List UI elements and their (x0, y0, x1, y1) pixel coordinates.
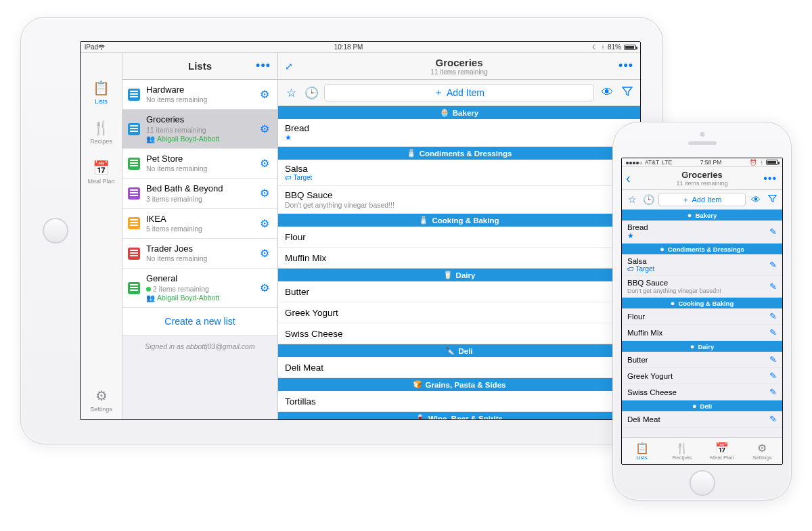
hide-icon[interactable]: 👁 (600, 86, 614, 99)
list-subtitle: No items remaining (146, 164, 257, 173)
list-subtitle: 2 items remaining (146, 285, 257, 294)
item-row[interactable]: Muffin Mix✎ (278, 248, 640, 269)
tab-recipes[interactable]: 🍴Recipes (662, 438, 702, 464)
item-row[interactable]: Greek Yogurt✎ (278, 302, 640, 323)
section-name: Grains, Pasta & Sides (426, 381, 506, 389)
tab-meal-plan[interactable]: 📅Meal Plan (702, 438, 742, 464)
list-settings-button[interactable]: ⚙ (257, 88, 272, 101)
nav-item-settings[interactable]: ⚙Settings (81, 388, 122, 413)
edit-icon[interactable]: ✎ (769, 371, 777, 381)
tab-label: Lists (636, 455, 647, 461)
item-row[interactable]: Greek Yogurt✎ (622, 368, 782, 384)
list-row-trader-joes[interactable]: Trader JoesNo items remaining⚙ (122, 239, 277, 269)
item-row[interactable]: BBQ SauceDon't get anything vinegar base… (622, 276, 782, 298)
list-settings-button[interactable]: ⚙ (257, 122, 272, 135)
ipad-screen: iPad 10:18 PM ☾ ᚼ 81% 📋Lists🍴Recipes📅Mea… (80, 41, 641, 420)
list-name: Bed Bath & Beyond (146, 183, 257, 194)
edit-icon[interactable]: ✎ (769, 227, 777, 237)
iphone-home-button[interactable] (690, 470, 715, 496)
list-row-groceries[interactable]: Groceries11 items remaining👥Abigail Boyd… (122, 110, 277, 149)
hide-icon[interactable]: 👁 (750, 194, 762, 205)
nav-item-recipes[interactable]: 🍴Recipes (81, 120, 122, 145)
item-row[interactable]: Swiss Cheese✎ (278, 323, 640, 344)
item-row[interactable]: Tortillas✎ (278, 391, 640, 412)
battery-icon (766, 160, 778, 165)
nav-item-lists[interactable]: 📋Lists (81, 80, 122, 105)
grocery-list: 🧁BakeryBread★✎🧂Condiments & DressingsSal… (278, 106, 640, 419)
iphone-more-button[interactable]: ••• (763, 172, 777, 185)
list-row-ikea[interactable]: IKEA5 items remaining⚙ (122, 209, 277, 239)
favorites-icon[interactable]: ☆ (284, 86, 298, 100)
lists-more-button[interactable]: ••• (256, 59, 271, 73)
item-row[interactable]: Bread★✎ (622, 221, 782, 244)
item-row[interactable]: Butter✎ (622, 352, 782, 368)
edit-icon[interactable]: ✎ (769, 414, 777, 424)
item-row[interactable]: Bread★✎ (278, 119, 640, 147)
list-settings-button[interactable]: ⚙ (257, 157, 272, 170)
section-icon: ● (687, 211, 692, 219)
section-header-cooking-baking: 🧂Cooking & Baking (278, 214, 640, 227)
sidebar-nav: 📋Lists🍴Recipes📅Meal Plan⚙Settings (81, 53, 122, 419)
item-note: Don't get anything vinegar based!!! (285, 201, 625, 209)
item-name: Bread (285, 123, 625, 133)
list-row-general[interactable]: General2 items remaining👥Abigail Boyd-Ab… (122, 269, 277, 308)
status-time: 10:18 PM (105, 43, 592, 51)
section-header-dairy: 🥛Dairy (278, 269, 640, 281)
tab-settings[interactable]: ⚙Settings (742, 438, 782, 464)
section-header-condiments-dressings: ●Condiments & Dressings (622, 244, 782, 254)
list-settings-button[interactable]: ⚙ (257, 247, 272, 260)
item-row[interactable]: Deli Meat✎ (278, 357, 640, 378)
detail-header: ⤢ Groceries 11 items remaining ••• (278, 53, 640, 80)
item-row[interactable]: Flour✎ (278, 227, 640, 248)
favorites-icon[interactable]: ☆ (626, 194, 638, 205)
item-row[interactable]: Flour✎ (622, 308, 782, 325)
edit-icon[interactable]: ✎ (769, 354, 777, 365)
item-row[interactable]: Salsa🏷 Target✎ (278, 160, 640, 186)
item-row[interactable]: Butter✎ (278, 281, 640, 302)
item-name: Swiss Cheese (285, 329, 625, 339)
item-row[interactable]: Swiss Cheese✎ (622, 384, 782, 400)
list-row-bed-bath-beyond[interactable]: Bed Bath & Beyond3 items remaining⚙ (122, 179, 277, 208)
iphone-time: 7:58 PM (672, 159, 750, 166)
add-item-input[interactable]: ＋ Add Item (658, 193, 746, 206)
edit-icon[interactable]: ✎ (769, 260, 777, 270)
history-icon[interactable]: 🕒 (642, 194, 654, 205)
iphone-screen: AT&T LTE 7:58 PM ⏰ ᚼ ‹ Groceries 11 item… (621, 158, 783, 465)
filter-icon[interactable] (620, 86, 635, 100)
list-settings-button[interactable]: ⚙ (257, 217, 272, 230)
edit-icon[interactable]: ✎ (769, 387, 777, 397)
item-row[interactable]: Deli Meat✎ (622, 411, 782, 428)
section-header-condiments-dressings: 🧂Condiments & Dressings (278, 147, 640, 160)
edit-icon[interactable]: ✎ (769, 311, 777, 321)
plus-icon: ＋ (682, 195, 690, 205)
list-settings-button[interactable]: ⚙ (257, 281, 272, 294)
star-icon: ★ (627, 231, 769, 240)
nav-item-meal-plan[interactable]: 📅Meal Plan (81, 160, 122, 185)
lists-container: HardwareNo items remaining⚙Groceries11 i… (122, 80, 277, 308)
section-icon: 🧁 (440, 108, 449, 117)
status-right: ☾ ᚼ 81% (592, 43, 636, 51)
list-icon (128, 89, 140, 101)
item-row[interactable]: BBQ SauceDon't get anything vinegar base… (278, 186, 640, 214)
list-icon (128, 248, 140, 260)
history-icon[interactable]: 🕒 (304, 86, 319, 100)
list-row-pet-store[interactable]: Pet StoreNo items remaining⚙ (122, 149, 277, 179)
list-settings-button[interactable]: ⚙ (257, 187, 272, 200)
create-list-button[interactable]: Create a new list (122, 308, 277, 336)
add-item-input[interactable]: ＋ Add Item (324, 84, 594, 101)
plus-icon: ＋ (434, 87, 443, 99)
ipad-home-button[interactable] (43, 218, 68, 244)
edit-icon[interactable]: ✎ (769, 281, 777, 292)
item-name: Greek Yogurt (285, 308, 625, 318)
calendar-icon: 📅 (81, 160, 122, 176)
edit-icon[interactable]: ✎ (769, 327, 777, 338)
list-row-hardware[interactable]: HardwareNo items remaining⚙ (122, 80, 277, 110)
detail-more-button[interactable]: ••• (618, 59, 633, 73)
item-row[interactable]: Salsa🏷 Target✎ (622, 254, 782, 276)
tab-lists[interactable]: 📋Lists (622, 438, 662, 464)
list-name: Pet Store (146, 154, 257, 164)
section-icon: ● (690, 342, 695, 350)
bluetooth-icon: ᚼ (601, 43, 605, 51)
filter-icon[interactable] (766, 194, 778, 205)
item-row[interactable]: Muffin Mix✎ (622, 325, 782, 341)
